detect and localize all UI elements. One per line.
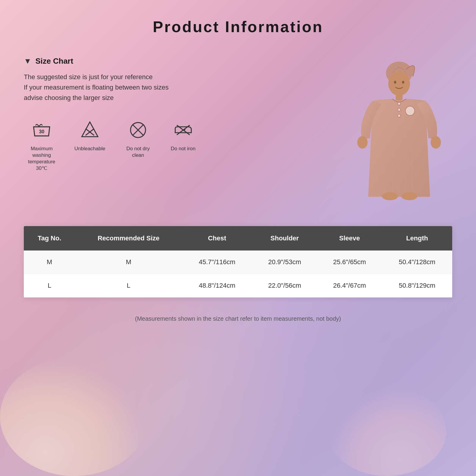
svg-point-26 (401, 192, 417, 200)
table-row: LL48.8"/124cm22.0"/56cm26.4"/67cm50.8"/1… (24, 274, 452, 298)
svg-point-12 (402, 81, 404, 84)
fur-decoration-right (327, 387, 446, 476)
recommended-cell: M (75, 250, 182, 274)
size-chart-description: The suggested size is just for your refe… (24, 72, 327, 103)
size-table-container: Tag No. Recommended Size Chest Shoulder … (24, 226, 452, 298)
svg-point-20 (398, 108, 401, 111)
col-length: Length (382, 226, 452, 250)
care-item-iron: Do not iron (171, 118, 195, 152)
table-header-row: Tag No. Recommended Size Chest Shoulder … (24, 226, 452, 250)
left-content: ▼ Size Chart The suggested size is just … (24, 54, 327, 172)
no-bleach-icon (78, 118, 102, 142)
care-item-wash: 30 Maximum washing temperature 30℃ (24, 118, 60, 172)
desc-line-3: advise choosing the larger size (24, 93, 327, 103)
product-image (348, 54, 443, 208)
col-sleeve: Sleeve (317, 226, 382, 250)
size-table: Tag No. Recommended Size Chest Shoulder … (24, 226, 452, 298)
care-item-dry-clean: Do not dry clean (120, 118, 156, 159)
col-recommended: Recommended Size (75, 226, 182, 250)
svg-point-25 (382, 192, 398, 200)
chest-cell: 48.8"/124cm (182, 274, 252, 298)
svg-point-21 (398, 114, 401, 117)
page-content: Product Information ▼ Size Chart The sug… (0, 0, 476, 340)
col-tag: Tag No. (24, 226, 75, 250)
tag-cell: L (24, 274, 75, 298)
col-chest: Chest (182, 226, 252, 250)
svg-rect-13 (396, 94, 403, 101)
svg-point-24 (430, 136, 441, 148)
length-cell: 50.4"/128cm (382, 250, 452, 274)
length-cell: 50.8"/129cm (382, 274, 452, 298)
wash-label: Maximum washing temperature 30℃ (24, 145, 60, 172)
svg-point-23 (357, 136, 368, 148)
svg-point-19 (398, 102, 401, 105)
size-chart-title-text: Size Chart (35, 57, 73, 65)
care-icons-section: 30 Maximum washing temperature 30℃ (24, 118, 327, 172)
footnote: (Measurements shown in the size chart re… (24, 315, 452, 328)
sleeve-cell: 25.6"/65cm (317, 250, 382, 274)
svg-text:30: 30 (39, 129, 44, 134)
svg-point-22 (405, 106, 415, 115)
care-item-bleach: Unbleachable (74, 118, 105, 152)
table-row: MM45.7"/116cm20.9"/53cm25.6"/65cm50.4"/1… (24, 250, 452, 274)
product-image-area (339, 54, 452, 208)
no-dry-clean-icon (126, 118, 150, 142)
page-title: Product Information (24, 18, 452, 36)
iron-label: Do not iron (171, 145, 195, 152)
bleach-label: Unbleachable (74, 145, 105, 152)
shoulder-cell: 22.0"/56cm (252, 274, 317, 298)
arrow-icon: ▼ (24, 57, 32, 65)
desc-line-1: The suggested size is just for your refe… (24, 72, 327, 82)
wash-icon: 30 (30, 118, 54, 142)
size-chart-heading: ▼ Size Chart (24, 57, 327, 66)
fur-decoration-left (0, 357, 149, 476)
svg-point-10 (388, 72, 410, 96)
shoulder-cell: 20.9"/53cm (252, 250, 317, 274)
recommended-cell: L (75, 274, 182, 298)
no-iron-icon (171, 118, 195, 142)
desc-line-2: If your measurement is floating between … (24, 82, 327, 93)
table-body: MM45.7"/116cm20.9"/53cm25.6"/65cm50.4"/1… (24, 250, 452, 298)
dry-clean-label: Do not dry clean (120, 145, 156, 159)
svg-point-11 (394, 81, 396, 84)
col-shoulder: Shoulder (252, 226, 317, 250)
main-section: ▼ Size Chart The suggested size is just … (24, 54, 452, 208)
tag-cell: M (24, 250, 75, 274)
sleeve-cell: 26.4"/67cm (317, 274, 382, 298)
chest-cell: 45.7"/116cm (182, 250, 252, 274)
